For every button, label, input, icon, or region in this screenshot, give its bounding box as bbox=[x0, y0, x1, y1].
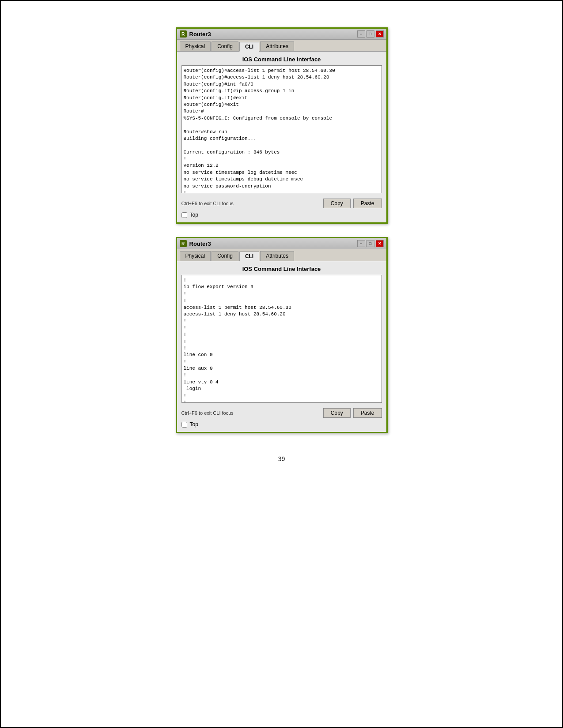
top-checkbox-label-2: Top bbox=[190, 421, 198, 428]
section-title-2: IOS Command Line Interface bbox=[181, 266, 382, 272]
tab-cli-1[interactable]: CLI bbox=[239, 42, 259, 52]
copy-button-1[interactable]: Copy bbox=[323, 199, 351, 208]
window-content-1: IOS Command Line Interface Router(config… bbox=[177, 52, 386, 222]
router3-window-1: R Router3 − □ ✕ Physical Config CLI Attr… bbox=[176, 27, 388, 224]
title-bar-controls-1: − □ ✕ bbox=[357, 30, 384, 38]
minimize-button-1[interactable]: − bbox=[357, 30, 365, 38]
btn-group-2: Copy Paste bbox=[323, 408, 382, 418]
tab-bar-2: Physical Config CLI Attributes bbox=[177, 249, 386, 261]
tab-physical-1[interactable]: Physical bbox=[180, 41, 211, 51]
top-checkbox-2[interactable] bbox=[181, 422, 187, 428]
close-button-2[interactable]: ✕ bbox=[376, 240, 384, 247]
title-bar-left-2: R Router3 bbox=[180, 240, 211, 247]
cli-hint-2: Ctrl+F6 to exit CLI focus bbox=[181, 410, 234, 416]
cli-footer-1: Ctrl+F6 to exit CLI focus Copy Paste bbox=[181, 199, 382, 208]
tab-physical-2[interactable]: Physical bbox=[180, 251, 211, 261]
tab-config-2[interactable]: Config bbox=[212, 251, 238, 261]
tab-bar-1: Physical Config CLI Attributes bbox=[177, 40, 386, 52]
section-title-1: IOS Command Line Interface bbox=[181, 56, 382, 63]
tab-cli-2[interactable]: CLI bbox=[239, 251, 259, 261]
title-bar-controls-2: − □ ✕ bbox=[357, 240, 384, 247]
maximize-button-1[interactable]: □ bbox=[367, 30, 374, 38]
window-title-1: Router3 bbox=[189, 31, 211, 38]
top-checkbox-row-2: Top bbox=[181, 421, 382, 428]
close-button-1[interactable]: ✕ bbox=[376, 30, 384, 38]
window-title-2: Router3 bbox=[189, 240, 211, 247]
paste-button-1[interactable]: Paste bbox=[353, 199, 382, 208]
tab-attributes-1[interactable]: Attributes bbox=[260, 41, 294, 51]
copy-button-2[interactable]: Copy bbox=[323, 408, 351, 418]
window-content-2: IOS Command Line Interface ! ip flow-exp… bbox=[177, 261, 386, 432]
router-icon-2: R bbox=[180, 240, 187, 247]
cli-footer-2: Ctrl+F6 to exit CLI focus Copy Paste bbox=[181, 408, 382, 418]
title-bar-left-1: R Router3 bbox=[180, 30, 211, 38]
minimize-button-2[interactable]: − bbox=[357, 240, 365, 247]
tab-config-1[interactable]: Config bbox=[212, 41, 238, 51]
btn-group-1: Copy Paste bbox=[323, 199, 382, 208]
title-bar-2: R Router3 − □ ✕ bbox=[177, 238, 386, 249]
cli-textarea-1[interactable]: Router(config)#access-list 1 permit host… bbox=[181, 65, 382, 193]
top-checkbox-label-1: Top bbox=[190, 212, 198, 218]
cli-textarea-2[interactable]: ! ip flow-export version 9 ! ! access-li… bbox=[181, 275, 382, 403]
router-icon-1: R bbox=[180, 30, 187, 38]
top-checkbox-1[interactable] bbox=[181, 212, 187, 218]
cli-hint-1: Ctrl+F6 to exit CLI focus bbox=[181, 201, 234, 206]
title-bar-1: R Router3 − □ ✕ bbox=[177, 29, 386, 40]
router3-window-2: R Router3 − □ ✕ Physical Config CLI Attr… bbox=[176, 237, 388, 433]
tab-attributes-2[interactable]: Attributes bbox=[260, 251, 294, 261]
maximize-button-2[interactable]: □ bbox=[367, 240, 374, 247]
page-number: 39 bbox=[278, 455, 285, 462]
paste-button-2[interactable]: Paste bbox=[353, 408, 382, 418]
top-checkbox-row-1: Top bbox=[181, 212, 382, 218]
